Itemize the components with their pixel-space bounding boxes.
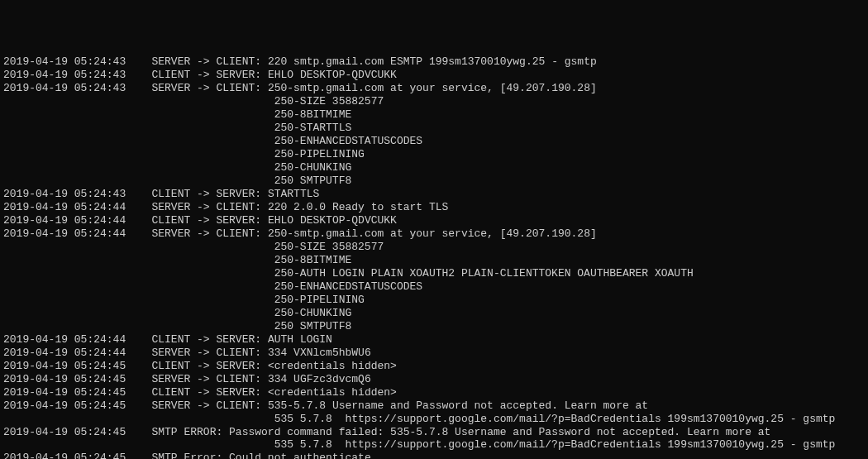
log-message: <credentials hidden> (268, 360, 397, 372)
log-message: 535 5.7.8 https://support.google.com/mai… (274, 413, 836, 425)
log-message: 250 SMTPUTF8 (274, 175, 352, 187)
log-timestamp: 2019-04-19 05:24:44 (3, 227, 126, 241)
log-timestamp: 2019-04-19 05:24:44 (3, 347, 126, 360)
log-message: 250-STARTTLS (274, 122, 352, 134)
log-line: 2019-04-19 05:24:45 CLIENT -> SERVER: <c… (3, 360, 865, 373)
log-message: 250-PIPELINING (274, 148, 365, 160)
log-line: 2019-04-19 05:24:45 SMTP Error: Could no… (3, 452, 865, 459)
log-pad (3, 241, 274, 253)
log-pad (3, 254, 274, 266)
log-pad (3, 267, 274, 280)
log-pad (126, 399, 151, 412)
log-direction: CLIENT -> SERVER: (151, 69, 261, 81)
log-timestamp: 2019-04-19 05:24:45 (3, 360, 126, 373)
log-timestamp: 2019-04-19 05:24:43 (3, 69, 126, 82)
log-pad (3, 320, 274, 332)
log-line: 2019-04-19 05:24:43 SERVER -> CLIENT: 22… (3, 55, 865, 69)
log-message: 334 VXNlcm5hbWU6 (268, 347, 371, 359)
log-message: STARTTLS (268, 188, 319, 200)
log-line: 250-STARTTLS (3, 122, 865, 135)
log-line: 2019-04-19 05:24:43 CLIENT -> SERVER: EH… (3, 69, 865, 82)
log-pad (3, 148, 274, 160)
log-line: 250-CHUNKING (3, 161, 865, 175)
log-direction: CLIENT -> SERVER: (151, 214, 261, 227)
log-direction: CLIENT -> SERVER: (151, 386, 261, 399)
log-pad (3, 438, 274, 451)
log-line: 2019-04-19 05:24:45 SERVER -> CLIENT: 53… (3, 399, 865, 413)
log-pad (126, 55, 151, 68)
log-line: 2019-04-19 05:24:44 SERVER -> CLIENT: 22… (3, 201, 865, 214)
log-pad (126, 373, 151, 385)
log-pad (3, 135, 274, 147)
log-pad (3, 95, 274, 108)
log-line: 2019-04-19 05:24:44 SERVER -> CLIENT: 33… (3, 347, 865, 360)
log-pad (3, 175, 274, 187)
log-direction: CLIENT -> SERVER: (151, 360, 261, 372)
log-message: 250-CHUNKING (274, 307, 352, 319)
log-line: 250-ENHANCEDSTATUSCODES (3, 135, 865, 148)
log-pad (3, 161, 274, 174)
log-message: 220 2.0.0 Ready to start TLS (268, 201, 448, 213)
log-line: 250-AUTH LOGIN PLAIN XOAUTH2 PLAIN-CLIEN… (3, 267, 865, 280)
log-pad (126, 360, 151, 372)
log-pad (126, 69, 151, 81)
log-message: 250-8BITMIME (274, 108, 352, 121)
log-pad (3, 413, 274, 425)
log-line: 2019-04-19 05:24:43 CLIENT -> SERVER: ST… (3, 188, 865, 201)
log-line: 2019-04-19 05:24:44 CLIENT -> SERVER: AU… (3, 333, 865, 347)
log-message: 250-AUTH LOGIN PLAIN XOAUTH2 PLAIN-CLIEN… (274, 267, 694, 280)
log-pad (126, 214, 151, 227)
log-direction: SERVER -> CLIENT: (151, 373, 261, 385)
log-line: 250-CHUNKING (3, 307, 865, 320)
log-line: 535 5.7.8 https://support.google.com/mai… (3, 413, 865, 426)
log-message: 250-SIZE 35882577 (274, 95, 384, 108)
log-pad (3, 294, 274, 306)
log-pad (126, 386, 151, 399)
log-pad (126, 333, 151, 346)
log-message: AUTH LOGIN (268, 333, 332, 346)
log-timestamp: 2019-04-19 05:24:45 (3, 452, 126, 459)
log-timestamp: 2019-04-19 05:24:44 (3, 214, 126, 227)
log-message: 334 UGFzc3dvcmQ6 (268, 373, 371, 385)
log-timestamp: 2019-04-19 05:24:43 (3, 55, 126, 69)
log-direction: SERVER -> CLIENT: (151, 347, 261, 359)
log-timestamp: 2019-04-19 05:24:45 (3, 386, 126, 399)
log-pad (126, 227, 151, 240)
log-message: 250-ENHANCEDSTATUSCODES (274, 280, 422, 293)
log-message: 535 5.7.8 https://support.google.com/mai… (274, 438, 836, 451)
log-message: 535-5.7.8 Username and Password not acce… (390, 426, 770, 438)
log-pad (3, 122, 274, 134)
smtp-debug-log: 2019-04-19 05:24:43 SERVER -> CLIENT: 22… (3, 55, 865, 459)
log-message: 250-CHUNKING (274, 161, 352, 174)
log-message: <credentials hidden> (268, 386, 397, 399)
log-pad (126, 82, 151, 94)
log-message: 250-PIPELINING (274, 294, 365, 306)
log-direction: SERVER -> CLIENT: (151, 399, 261, 412)
log-line: 250 SMTPUTF8 (3, 175, 865, 188)
log-message: 250-smtp.gmail.com at your service, [49.… (268, 82, 597, 94)
log-pad (126, 452, 151, 459)
log-pad (3, 108, 274, 121)
log-message: EHLO DESKTOP-QDVCUKK (268, 214, 397, 227)
log-line: 2019-04-19 05:24:45 SERVER -> CLIENT: 33… (3, 373, 865, 386)
log-message: 220 smtp.gmail.com ESMTP 199sm1370010ywg… (268, 55, 597, 68)
log-line: 2019-04-19 05:24:45 SMTP ERROR: Password… (3, 426, 865, 439)
log-line: 250 SMTPUTF8 (3, 320, 865, 333)
log-line: 2019-04-19 05:24:43 SERVER -> CLIENT: 25… (3, 82, 865, 95)
log-line: 250-SIZE 35882577 (3, 241, 865, 254)
log-timestamp: 2019-04-19 05:24:43 (3, 82, 126, 95)
log-direction: SERVER -> CLIENT: (151, 55, 261, 68)
log-message: 250-SIZE 35882577 (274, 241, 384, 253)
log-pad (126, 201, 151, 213)
log-direction: SMTP ERROR: Password command failed: (151, 426, 384, 438)
log-message: 250 SMTPUTF8 (274, 320, 352, 332)
log-pad (3, 280, 274, 293)
log-line: 250-8BITMIME (3, 254, 865, 267)
log-line: 250-SIZE 35882577 (3, 95, 865, 108)
log-pad (126, 347, 151, 359)
log-pad (126, 188, 151, 200)
log-timestamp: 2019-04-19 05:24:45 (3, 399, 126, 413)
log-direction: SERVER -> CLIENT: (151, 82, 261, 94)
log-line: 250-8BITMIME (3, 108, 865, 122)
log-message: 250-8BITMIME (274, 254, 352, 266)
